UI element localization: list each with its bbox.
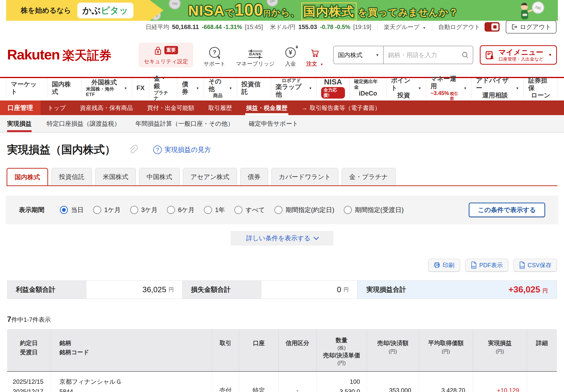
headline-100: 100 [234,0,264,19]
nav-point-investment[interactable]: ポイント投資▼ [386,78,426,98]
apply-filter-button[interactable]: この条件で表示する [469,203,545,217]
deposit-button[interactable]: ¥ 入金 [285,47,296,68]
radio-icon [204,206,212,214]
search-icon[interactable] [461,51,469,59]
nav-foreign-stocks[interactable]: 外国株式米国株・海外ETF▼ [82,78,132,98]
nav-gold-silver[interactable]: 金・銀プラチナ [149,78,177,98]
col-avg-cost: 平均取得価額(円) [419,329,473,371]
search-category-select[interactable]: 国内株式 ▼ [334,46,384,64]
auto-logout-label: 自動ログアウト [438,23,480,31]
nav-market[interactable]: マーケット [6,78,47,98]
nav-other-products[interactable]: その他商品▼ [204,78,237,98]
col-quantity: 数量(株) 売却/決済単価(円) [316,329,367,371]
csv-file-icon: CSV [519,262,525,269]
nav-advisor[interactable]: アドバイザー運用相談▼ [472,78,524,98]
paperclip-icon[interactable] [128,145,138,155]
printer-icon [434,262,440,268]
tab-specific-account-pl[interactable]: 特定口座損益（譲渡益税） [47,115,120,132]
question-circle-icon: ? [153,145,162,154]
rakuten-securities-logo[interactable]: Rakuten 楽天証券 [7,46,111,64]
acct-nav-trade-reports[interactable]: →取引報告書等（電子書面） [294,100,388,115]
tab-realized-pl[interactable]: 実現損益 [7,115,32,132]
caret-down-icon: ▼ [418,86,421,90]
radio-today[interactable]: 当日 [60,206,84,214]
pdf-view-button[interactable]: PDF PDF表示 [465,259,508,271]
tab-asean-stocks[interactable]: アセアン株式 [183,168,237,185]
pl-sub-tabs: 実現損益 特定口座損益（譲渡益税） 年間損益計算（一般口座・その他） 確定申告サ… [0,115,564,133]
headline-kokunai: 国内株式 [301,3,357,21]
acct-nav-buying-power[interactable]: 買付・出金可能額 [140,100,201,115]
radio-3months[interactable]: 3ケ月 [130,206,158,214]
nav-money-management[interactable]: マネー運用~3.45%税引前▼ [426,78,472,98]
cell-detail [527,372,557,392]
tab-tax-return-support[interactable]: 確定申告サポート [249,115,298,132]
symbol-search: 国内株式 ▼ [333,46,473,64]
support-button[interactable]: ? サポート [204,47,226,68]
nav-securities-loan[interactable]: 証券担保ローン [524,78,558,98]
logout-icon [511,24,518,30]
tab-covered-warrants[interactable]: カバードワラント [271,168,338,185]
radio-custom-trade-date[interactable]: 期間指定(約定日) [275,206,334,214]
caret-down-icon: ▼ [229,86,232,90]
loss-total-label: 損失金額合計 [182,281,261,299]
toggle-knob [491,23,498,30]
radio-icon [275,206,282,214]
radio-all[interactable]: すべて [234,206,265,214]
logout-button[interactable]: ログアウト [506,21,556,33]
radio-1year[interactable]: 1年 [204,206,225,214]
col-sale-amount: 売却/決済額(円) [367,329,419,371]
acct-nav-balance[interactable]: 資産残高・保有商品 [73,100,140,115]
order-button[interactable]: 注文 ▼ [306,48,323,68]
nav-bonds[interactable]: 債券▼ [177,78,204,98]
radio-custom-settle-date[interactable]: 期間指定(受渡日) [344,206,404,214]
tab-domestic-stocks[interactable]: 国内株式 [7,168,48,185]
nav-fx[interactable]: FX [132,78,150,98]
my-menu-button[interactable]: マイメニュー 口座管理・入出金など ▼ [480,45,557,65]
tab-china-stocks[interactable]: 中国株式 [139,168,180,185]
tab-investment-trust[interactable]: 投資信託 [51,168,92,185]
pdf-file-icon: PDF [471,262,477,269]
col-trade: 取引 [212,329,239,371]
nav-robo-advisor[interactable]: ロボアド楽ラップ他▼ [271,78,317,98]
auto-logout-toggle[interactable] [484,22,500,32]
acct-nav-top[interactable]: トップ [41,100,73,115]
lock-icon [154,46,162,56]
radio-6months[interactable]: 6ケ月 [167,206,194,214]
acct-nav-pl-tax-history[interactable]: 損益・税金履歴 [239,100,294,115]
acct-nav-trade-history[interactable]: 取引履歴 [201,100,239,115]
realized-pl-help-link[interactable]: ? 実現損益の見方 [153,145,211,154]
ad-lead-text: 株を始めるなら [21,6,71,15]
arrow-right-icon: → [302,104,307,111]
show-detailed-conditions-link[interactable]: 詳しい条件を表示する [231,231,333,246]
nav-domestic-stocks[interactable]: 国内株式 [47,78,82,98]
print-button[interactable]: 印刷 [428,259,460,271]
radio-1month[interactable]: 1ケ月 [93,206,121,214]
money-bridge-button[interactable]: BANK マネーブリッジ [236,51,275,68]
rakuten-group-dropdown[interactable]: 楽天グループ ▼ [384,23,426,31]
cell-margin-type: - [278,372,316,392]
tab-annual-pl-calc[interactable]: 年間損益計算（一般口座・その他） [135,115,234,132]
caret-down-icon: ▼ [548,53,552,57]
security-settings-button[interactable]: 重要 セキュリティ設定 [139,43,193,68]
nav-investment-trust[interactable]: 投資信託 [237,78,271,98]
nisa-support-badge: 全力応援! [321,87,345,98]
account-management-label[interactable]: 口座管理 [0,100,41,115]
csv-save-button[interactable]: CSV CSV保存 [513,259,557,271]
col-margin-type: 信用区分 [278,329,316,371]
nav-nisa[interactable]: NISA全力応援! [317,78,349,98]
divider [377,23,377,30]
nikkei-value: 50,168.11 [172,23,199,31]
nav-ideco[interactable]: 確定拠出年金iDeCo [350,78,387,98]
cell-dates: 2025/12/152025/12/17 [7,372,51,392]
radio-icon [167,206,175,214]
tab-gold-platinum[interactable]: 金・プラチナ [342,168,396,185]
tab-us-stocks[interactable]: 米国株式 [95,168,136,185]
cell-avg-cost: 3,428.70 [419,372,473,392]
realized-pl-table: 約定日受渡日 銘柄銘柄コード 取引 口座 信用区分 数量(株) 売却/決済単価(… [7,329,557,392]
radio-icon [344,206,352,214]
cell-realized-pl: +10,129 [473,372,527,392]
tab-bonds[interactable]: 債券 [240,168,268,185]
search-input[interactable] [384,51,461,59]
important-badge: 重要 [164,46,178,54]
ad-banner[interactable]: 100 100 100 100 100 NISA で 100 円 から、 [6,0,558,21]
